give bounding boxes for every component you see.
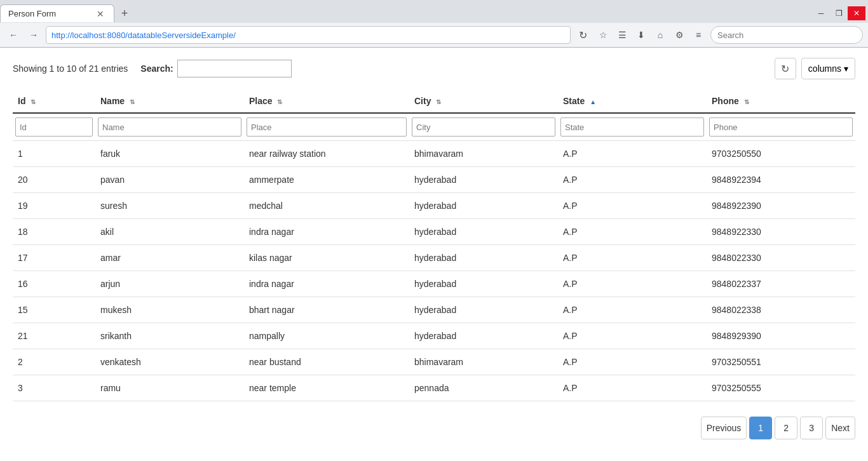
- page-3-button[interactable]: 3: [800, 417, 823, 439]
- refresh-table-button[interactable]: ↻: [775, 58, 796, 79]
- cell-id: 20: [13, 167, 95, 193]
- cell-phone: 9848922394: [707, 167, 855, 193]
- cell-name: ramu: [95, 375, 244, 401]
- cell-id: 18: [13, 219, 95, 245]
- reader-icon[interactable]: ☰: [614, 27, 630, 43]
- tab-close-button[interactable]: ✕: [95, 8, 106, 20]
- extensions-icon[interactable]: ⚙: [671, 27, 688, 43]
- cell-city: hyderabad: [409, 219, 558, 245]
- url-input[interactable]: [46, 26, 571, 44]
- refresh-button[interactable]: ↻: [574, 27, 591, 43]
- filter-name-input[interactable]: [98, 117, 241, 137]
- th-state[interactable]: State ▲: [558, 90, 707, 113]
- cell-city: hyderabad: [409, 271, 558, 297]
- cell-name: amar: [95, 245, 244, 271]
- browser-search-input[interactable]: [710, 26, 863, 44]
- download-icon[interactable]: ⬇: [633, 27, 649, 43]
- tab-bar: Person Form ✕ + ─ ❒ ✕: [0, 0, 868, 23]
- cell-city: hyderabad: [409, 323, 558, 349]
- th-phone-label: Phone: [712, 96, 739, 106]
- close-button[interactable]: ✕: [848, 6, 865, 20]
- browser-tab[interactable]: Person Form ✕: [0, 4, 114, 22]
- table-row: 19sureshmedchalhyderabadA.P9848922390: [13, 193, 855, 219]
- next-button[interactable]: Next: [825, 417, 855, 439]
- table-row: 17amarkilas nagarhyderabadA.P9848022330: [13, 245, 855, 271]
- bookmark-icon[interactable]: ☆: [595, 27, 611, 43]
- filter-state-input[interactable]: [560, 117, 704, 137]
- th-id[interactable]: Id ⇅: [13, 90, 95, 113]
- cell-id: 19: [13, 193, 95, 219]
- table-header-row: Id ⇅ Name ⇅ Place ⇅ City ⇅ State ▲: [13, 90, 855, 113]
- filter-state-cell: [558, 113, 707, 141]
- table-row: 15mukeshbhart nagarhyderabadA.P984802233…: [13, 297, 855, 323]
- filter-city-cell: [409, 113, 558, 141]
- table-search-input[interactable]: [177, 60, 292, 77]
- restore-button[interactable]: ❒: [830, 6, 848, 20]
- cell-name: akil: [95, 219, 244, 245]
- filter-id-cell: [13, 113, 95, 141]
- table-body: 1faruknear railway stationbhimavaramA.P9…: [13, 141, 855, 401]
- table-row: 3ramunear templepennadaA.P9703250555: [13, 375, 855, 401]
- page-content: Showing 1 to 10 of 21 entries Search: ↻ …: [0, 48, 868, 450]
- th-name[interactable]: Name ⇅: [95, 90, 244, 113]
- previous-button[interactable]: Previous: [701, 417, 747, 439]
- browser-chrome: Person Form ✕ + ─ ❒ ✕ ← → ↻ ☆ ☰ ⬇ ⌂ ⚙ ≡: [0, 0, 868, 48]
- cell-city: hyderabad: [409, 245, 558, 271]
- th-phone[interactable]: Phone ⇅: [707, 90, 855, 113]
- columns-label: columns: [808, 63, 841, 74]
- cell-state: A.P: [558, 141, 707, 167]
- sort-icon-id: ⇅: [31, 98, 36, 105]
- data-table: Id ⇅ Name ⇅ Place ⇅ City ⇅ State ▲: [13, 90, 855, 401]
- cell-city: bhimavaram: [409, 349, 558, 375]
- cell-place: nampally: [244, 323, 409, 349]
- tab-title: Person Form: [8, 9, 90, 18]
- th-city[interactable]: City ⇅: [409, 90, 558, 113]
- cell-place: near bustand: [244, 349, 409, 375]
- showing-text: Showing 1 to 10 of 21 entries: [13, 63, 128, 74]
- home-icon[interactable]: ⌂: [652, 27, 668, 43]
- forward-button[interactable]: →: [25, 27, 42, 43]
- back-button[interactable]: ←: [5, 27, 22, 43]
- cell-name: venkatesh: [95, 349, 244, 375]
- filter-city-input[interactable]: [412, 117, 555, 137]
- pagination-bar: Previous 1 2 3 Next: [13, 417, 855, 439]
- cell-place: kilas nagar: [244, 245, 409, 271]
- minimize-button[interactable]: ─: [812, 6, 830, 20]
- page-1-button[interactable]: 1: [749, 417, 772, 439]
- page-2-button[interactable]: 2: [775, 417, 797, 439]
- filter-phone-input[interactable]: [709, 117, 853, 137]
- cell-state: A.P: [558, 349, 707, 375]
- cell-name: srikanth: [95, 323, 244, 349]
- table-row: 2venkateshnear bustandbhimavaramA.P97032…: [13, 349, 855, 375]
- cell-place: indra nagar: [244, 271, 409, 297]
- sort-icon-place: ⇅: [277, 98, 282, 105]
- cell-place: near temple: [244, 375, 409, 401]
- cell-id: 3: [13, 375, 95, 401]
- th-place[interactable]: Place ⇅: [244, 90, 409, 113]
- filter-place-input[interactable]: [247, 117, 407, 137]
- cell-state: A.P: [558, 245, 707, 271]
- columns-dropdown-icon: ▾: [844, 63, 848, 74]
- cell-name: pavan: [95, 167, 244, 193]
- cell-city: hyderabad: [409, 167, 558, 193]
- showing-info: Showing 1 to 10 of 21 entries Search:: [13, 60, 292, 77]
- cell-name: arjun: [95, 271, 244, 297]
- cell-city: hyderabad: [409, 297, 558, 323]
- cell-phone: 9848922330: [707, 219, 855, 245]
- table-row: 1faruknear railway stationbhimavaramA.P9…: [13, 141, 855, 167]
- cell-state: A.P: [558, 193, 707, 219]
- cell-place: indra nagar: [244, 219, 409, 245]
- cell-id: 1: [13, 141, 95, 167]
- address-bar: ← → ↻ ☆ ☰ ⬇ ⌂ ⚙ ≡: [0, 23, 868, 47]
- th-place-label: Place: [249, 96, 273, 106]
- cell-id: 2: [13, 349, 95, 375]
- cell-state: A.P: [558, 219, 707, 245]
- th-name-label: Name: [100, 96, 125, 106]
- new-tab-button[interactable]: +: [117, 6, 132, 21]
- table-row: 21srikanthnampallyhyderabadA.P9848929390: [13, 323, 855, 349]
- filter-id-input[interactable]: [15, 117, 93, 137]
- columns-button[interactable]: columns ▾: [801, 58, 855, 79]
- table-row: 18akilindra nagarhyderabadA.P9848922330: [13, 219, 855, 245]
- filter-place-cell: [244, 113, 409, 141]
- menu-icon[interactable]: ≡: [690, 27, 707, 43]
